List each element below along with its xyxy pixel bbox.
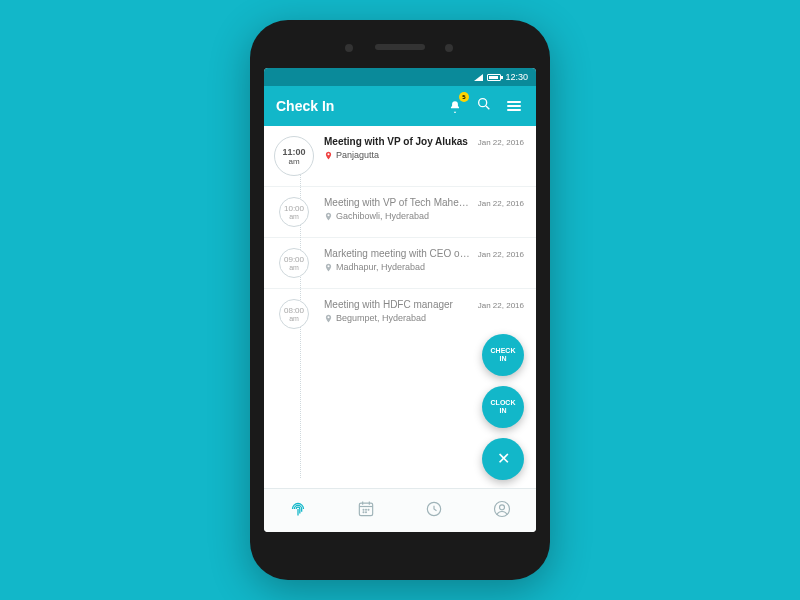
svg-point-13 bbox=[500, 504, 505, 509]
phone-frame: 12:30 Check In 5 11:00amMeeting with VP … bbox=[250, 20, 550, 580]
signal-icon bbox=[473, 73, 483, 81]
search-icon bbox=[476, 96, 492, 116]
event-item[interactable]: 08:00amMeeting with HDFC managerJan 22, … bbox=[264, 289, 536, 339]
check-in-fab[interactable]: CHECK IN bbox=[482, 334, 524, 376]
nav-calendar[interactable] bbox=[354, 499, 378, 523]
nav-profile[interactable] bbox=[490, 499, 514, 523]
event-title: Meeting with HDFC manager bbox=[324, 299, 453, 310]
fingerprint-icon bbox=[287, 498, 309, 524]
location-pin-icon bbox=[324, 211, 332, 221]
event-time: 09:00 bbox=[284, 255, 304, 264]
event-ampm: am bbox=[288, 157, 299, 166]
nav-clock[interactable] bbox=[422, 499, 446, 523]
bell-icon bbox=[448, 100, 460, 112]
event-item[interactable]: 11:00amMeeting with VP of Joy AlukasJan … bbox=[264, 126, 536, 187]
fab-stack: CHECK IN CLOCK IN ✕ bbox=[482, 334, 524, 480]
event-ampm: am bbox=[289, 213, 299, 220]
svg-point-8 bbox=[368, 509, 369, 510]
event-item[interactable]: 10:00amMeeting with VP of Tech MahendraJ… bbox=[264, 187, 536, 238]
nav-fingerprint[interactable] bbox=[286, 499, 310, 523]
event-body: Meeting with VP of Tech MahendraJan 22, … bbox=[324, 197, 524, 221]
event-time: 08:00 bbox=[284, 306, 304, 315]
close-icon: ✕ bbox=[497, 450, 510, 468]
hamburger-icon bbox=[507, 101, 521, 111]
page-title: Check In bbox=[276, 98, 434, 114]
event-item[interactable]: 09:00amMarketing meeting with CEO of Wip… bbox=[264, 238, 536, 289]
status-time: 12:30 bbox=[505, 72, 528, 82]
battery-icon bbox=[487, 74, 501, 81]
event-ampm: am bbox=[289, 315, 299, 322]
event-time-badge: 08:00am bbox=[279, 299, 309, 329]
event-title: Meeting with VP of Joy Alukas bbox=[324, 136, 468, 147]
location-pin-icon bbox=[324, 262, 332, 272]
event-body: Meeting with HDFC managerJan 22, 2016Beg… bbox=[324, 299, 524, 323]
phone-camera bbox=[345, 44, 353, 52]
clock-icon bbox=[424, 499, 444, 523]
event-date: Jan 22, 2016 bbox=[478, 138, 524, 147]
location-pin-icon bbox=[324, 313, 332, 323]
event-location: Begumpet, Hyderabad bbox=[336, 313, 426, 323]
menu-button[interactable] bbox=[504, 96, 524, 116]
status-bar: 12:30 bbox=[264, 68, 536, 86]
clock-in-fab[interactable]: CLOCK IN bbox=[482, 386, 524, 428]
event-body: Meeting with VP of Joy AlukasJan 22, 201… bbox=[324, 136, 524, 160]
event-time-badge: 10:00am bbox=[279, 197, 309, 227]
event-time-badge: 11:00am bbox=[274, 136, 314, 176]
event-location: Madhapur, Hyderabad bbox=[336, 262, 425, 272]
event-time: 11:00 bbox=[282, 147, 305, 157]
event-ampm: am bbox=[289, 264, 299, 271]
event-date: Jan 22, 2016 bbox=[478, 250, 524, 259]
notifications-button[interactable]: 5 bbox=[444, 96, 464, 116]
svg-point-7 bbox=[366, 509, 367, 510]
event-location: Panjagutta bbox=[336, 150, 379, 160]
app-bar: Check In 5 bbox=[264, 86, 536, 126]
svg-line-1 bbox=[486, 106, 489, 109]
phone-speaker bbox=[375, 44, 425, 50]
event-time: 10:00 bbox=[284, 204, 304, 213]
event-title: Marketing meeting with CEO of Wipro bbox=[324, 248, 472, 259]
phone-sensor bbox=[445, 44, 453, 52]
event-date: Jan 22, 2016 bbox=[478, 301, 524, 310]
profile-icon bbox=[492, 499, 512, 523]
location-pin-icon bbox=[324, 150, 332, 160]
event-body: Marketing meeting with CEO of WiproJan 2… bbox=[324, 248, 524, 272]
event-date: Jan 22, 2016 bbox=[478, 199, 524, 208]
screen: 12:30 Check In 5 11:00amMeeting with VP … bbox=[264, 68, 536, 532]
calendar-icon bbox=[356, 499, 376, 523]
search-button[interactable] bbox=[474, 96, 494, 116]
event-time-badge: 09:00am bbox=[279, 248, 309, 278]
svg-point-0 bbox=[479, 99, 487, 107]
bottom-nav bbox=[264, 488, 536, 532]
content-area: 11:00amMeeting with VP of Joy AlukasJan … bbox=[264, 126, 536, 488]
event-location: Gachibowli, Hyderabad bbox=[336, 211, 429, 221]
event-title: Meeting with VP of Tech Mahendra bbox=[324, 197, 472, 208]
svg-point-10 bbox=[366, 511, 367, 512]
svg-point-9 bbox=[363, 511, 364, 512]
close-fab[interactable]: ✕ bbox=[482, 438, 524, 480]
notification-badge: 5 bbox=[459, 92, 469, 102]
svg-point-6 bbox=[363, 509, 364, 510]
